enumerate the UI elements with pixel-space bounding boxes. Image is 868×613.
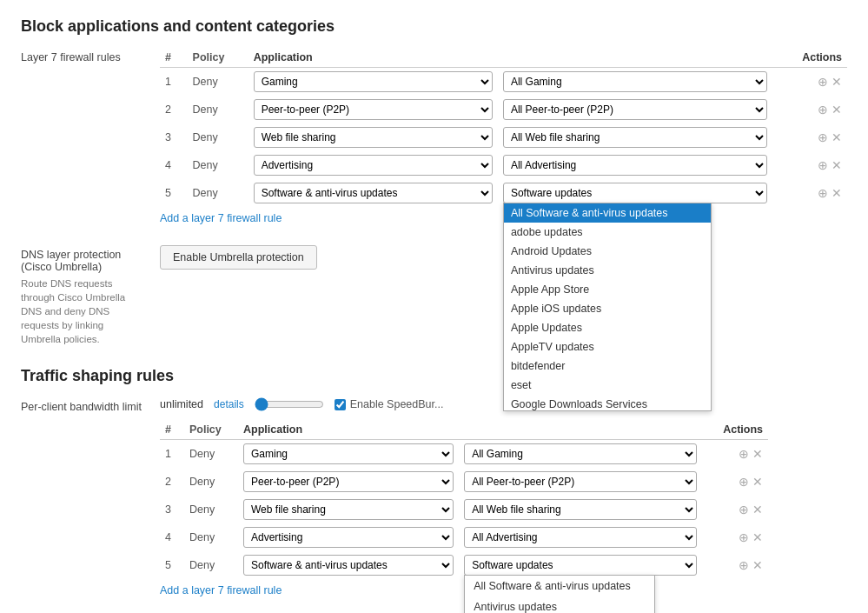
move-icon[interactable]: ⊕: [818, 103, 828, 117]
dropdown-item[interactable]: AppleTV updates: [504, 337, 711, 356]
traffic-app-select[interactable]: Web file sharing: [243, 499, 454, 520]
dropdown-item[interactable]: Apple App Store: [504, 280, 711, 299]
dns-label: DNS layer protection(Cisco Umbrella) Rou…: [21, 245, 142, 346]
bottom-dropdown-item[interactable]: Antivirus updates: [465, 596, 654, 613]
traffic-move-icon[interactable]: ⊕: [739, 503, 749, 516]
traffic-row-policy: Deny: [184, 440, 238, 469]
table-row-actions: ⊕✕: [772, 68, 847, 97]
app-select[interactable]: Software & anti-virus updates: [254, 183, 493, 203]
dropdown-item[interactable]: Apple iOS updates: [504, 299, 711, 318]
traffic-sub-select[interactable]: All Web file sharing: [464, 499, 697, 520]
table-row-policy: Deny: [188, 151, 248, 179]
speedburst-label: Enable SpeedBur...: [350, 398, 444, 410]
top-dropdown-list: All Software & anti-virus updatesadobe u…: [503, 203, 712, 411]
app-select[interactable]: Peer-to-peer (P2P): [254, 99, 493, 120]
traffic-delete-icon[interactable]: ✕: [752, 558, 763, 572]
traffic-row-actions: ⊕✕: [702, 551, 768, 579]
sub-select[interactable]: All Advertising: [503, 155, 767, 176]
table-row-app-cell: Web file sharing: [248, 123, 498, 151]
add-layer7-rule-link[interactable]: Add a layer 7 firewall rule: [160, 212, 282, 224]
traffic-row-policy: Deny: [184, 496, 238, 523]
table-row-policy: Deny: [188, 96, 248, 123]
move-icon[interactable]: ⊕: [818, 75, 828, 89]
traffic-delete-icon[interactable]: ✕: [752, 447, 763, 461]
delete-icon[interactable]: ✕: [832, 186, 842, 200]
delete-icon[interactable]: ✕: [832, 130, 842, 144]
traffic-row-num: 3: [160, 496, 184, 523]
table-row-app-cell: Peer-to-peer (P2P): [248, 96, 498, 123]
move-icon[interactable]: ⊕: [818, 130, 828, 144]
dropdown-item[interactable]: Android Updates: [504, 242, 711, 261]
traffic-app-select[interactable]: Gaming: [243, 443, 454, 464]
delete-icon[interactable]: ✕: [832, 103, 842, 117]
traffic-app-select[interactable]: Software & anti-virus updates: [243, 555, 454, 576]
sub-select[interactable]: All Web file sharing: [503, 127, 767, 148]
table-row-actions: ⊕✕: [772, 151, 847, 179]
app-select[interactable]: Web file sharing: [254, 127, 493, 148]
add-traffic-rule-link[interactable]: Add a layer 7 firewall rule: [160, 584, 282, 596]
table-row-actions: ⊕✕: [772, 179, 847, 207]
sub-select-open[interactable]: Software updates: [503, 183, 767, 203]
traffic-row-app-cell: Web file sharing: [238, 496, 459, 523]
speedburst-checkbox[interactable]: [335, 399, 346, 410]
traffic-row-num: 4: [160, 523, 184, 551]
bandwidth-slider[interactable]: [255, 397, 324, 411]
traffic-app-select[interactable]: Advertising: [243, 527, 454, 548]
firewall-rules-table: # Policy Application Actions 1DenyGaming…: [160, 48, 847, 207]
app-select[interactable]: Gaming: [254, 71, 493, 92]
traffic-row-app-cell: Gaming: [238, 440, 459, 469]
dropdown-item[interactable]: bitdefender: [504, 356, 711, 376]
traffic-delete-icon[interactable]: ✕: [752, 530, 763, 544]
col-header-num: #: [160, 48, 188, 68]
move-icon[interactable]: ⊕: [818, 158, 828, 172]
traffic-app-select[interactable]: Peer-to-peer (P2P): [243, 471, 454, 492]
table-row-app-cell: Software & anti-virus updates: [248, 179, 498, 207]
delete-icon[interactable]: ✕: [832, 75, 842, 89]
dropdown-item[interactable]: Antivirus updates: [504, 261, 711, 280]
dns-sublabel: Route DNS requests through Cisco Umbrell…: [21, 277, 142, 346]
col-header-policy: Policy: [188, 48, 248, 68]
delete-icon[interactable]: ✕: [832, 158, 842, 172]
page-title: Block applications and content categorie…: [21, 17, 847, 36]
traffic-row-policy: Deny: [184, 551, 238, 579]
app-select[interactable]: Advertising: [254, 155, 493, 176]
traffic-row-num: 2: [160, 468, 184, 496]
bottom-dropdown-item[interactable]: All Software & anti-virus updates: [465, 576, 654, 596]
traffic-move-icon[interactable]: ⊕: [739, 447, 749, 461]
table-row-num: 2: [160, 96, 188, 123]
traffic-row-num: 5: [160, 551, 184, 579]
traffic-sub-select-open[interactable]: Software updates: [464, 555, 697, 576]
traffic-sub-select[interactable]: All Gaming: [464, 443, 697, 464]
traffic-move-icon[interactable]: ⊕: [739, 530, 749, 544]
traffic-move-icon[interactable]: ⊕: [739, 558, 749, 572]
table-row-actions: ⊕✕: [772, 96, 847, 123]
dropdown-item[interactable]: All Software & anti-virus updates: [504, 203, 711, 223]
traffic-row-actions: ⊕✕: [702, 468, 768, 496]
table-row-sub-cell: All Gaming: [498, 68, 772, 97]
dropdown-item[interactable]: eset: [504, 376, 711, 395]
dropdown-item[interactable]: adobe updates: [504, 223, 711, 242]
table-row-num: 1: [160, 68, 188, 97]
bandwidth-details-link[interactable]: details: [214, 398, 244, 410]
sub-select[interactable]: All Peer-to-peer (P2P): [503, 99, 767, 120]
traffic-delete-icon[interactable]: ✕: [752, 503, 763, 516]
traffic-row-actions: ⊕✕: [702, 523, 768, 551]
sub-select[interactable]: All Gaming: [503, 71, 767, 92]
traffic-sub-select[interactable]: All Peer-to-peer (P2P): [464, 471, 697, 492]
table-row-num: 4: [160, 151, 188, 179]
dropdown-item[interactable]: Google Downloads Services: [504, 395, 711, 411]
table-row-app-cell: Gaming: [248, 68, 498, 97]
traffic-sub-select[interactable]: All Advertising: [464, 527, 697, 548]
traffic-move-icon[interactable]: ⊕: [739, 475, 749, 489]
enable-umbrella-button[interactable]: Enable Umbrella protection: [160, 245, 317, 270]
traffic-row-num: 1: [160, 440, 184, 469]
table-row-actions: ⊕✕: [772, 123, 847, 151]
traffic-col-num: #: [160, 420, 184, 440]
layer7-label: Layer 7 firewall rules: [21, 48, 142, 63]
dropdown-item[interactable]: Apple Updates: [504, 318, 711, 337]
traffic-row-app-cell: Software & anti-virus updates: [238, 551, 459, 579]
col-header-actions: Actions: [772, 48, 847, 68]
table-row-sub-cell: All Advertising: [498, 151, 772, 179]
traffic-delete-icon[interactable]: ✕: [752, 475, 763, 489]
move-icon[interactable]: ⊕: [818, 186, 828, 200]
